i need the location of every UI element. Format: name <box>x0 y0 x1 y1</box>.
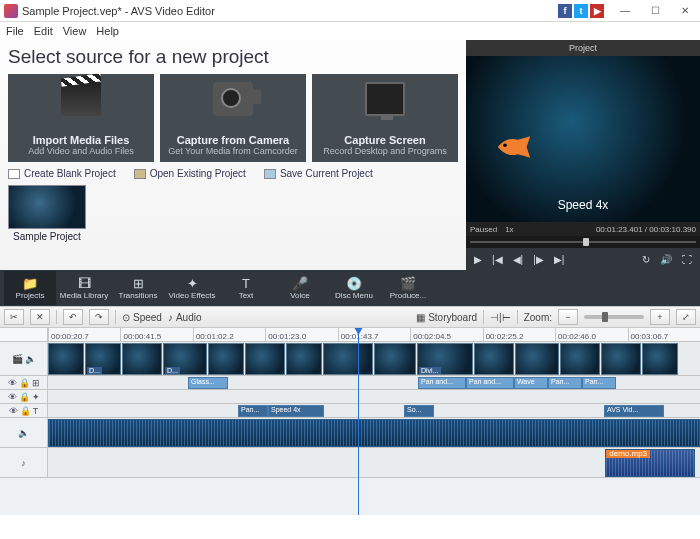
video-clip[interactable]: D... <box>163 343 207 375</box>
transition-clip[interactable]: Pan and... <box>466 377 514 389</box>
text-clip[interactable]: AVS Vid... <box>604 405 664 417</box>
capture-screen-card[interactable]: Capture Screen Record Desktop and Progra… <box>312 74 458 162</box>
menu-view[interactable]: View <box>63 25 87 37</box>
text-clip[interactable]: Pan... <box>238 405 268 417</box>
music-lane[interactable]: demo.mp3 <box>48 448 700 477</box>
menu-help[interactable]: Help <box>96 25 119 37</box>
ruler-tick: 00:00:20.7 <box>48 328 120 341</box>
video-clip[interactable] <box>245 343 285 375</box>
text-clip[interactable]: Speed 4x <box>268 405 324 417</box>
main-toolbar: 📁Projects 🎞Media Library ⊞Transitions ✦V… <box>0 270 700 306</box>
preview-tab[interactable]: Project <box>466 40 700 56</box>
track-header[interactable]: 👁🔒✦ <box>0 390 48 403</box>
video-clip[interactable] <box>286 343 322 375</box>
video-clip[interactable] <box>515 343 559 375</box>
zoom-in-button[interactable]: + <box>650 309 670 325</box>
tab-video-effects[interactable]: ✦Video Effects <box>166 271 218 305</box>
project-thumbnail[interactable]: Sample Project <box>8 185 86 242</box>
save-current-project[interactable]: Save Current Project <box>264 168 373 179</box>
transition-clip[interactable]: Pan... <box>548 377 582 389</box>
play-button[interactable]: ▶ <box>474 254 482 265</box>
zoom-fit-button[interactable]: ⤢ <box>676 309 696 325</box>
prev-button[interactable]: |◀ <box>492 254 503 265</box>
zoom-knob[interactable] <box>602 312 608 322</box>
preview-viewport[interactable]: Speed 4x <box>466 56 700 222</box>
tab-voice[interactable]: 🎤Voice <box>274 271 326 305</box>
audio-waveform[interactable] <box>48 419 700 447</box>
menu-edit[interactable]: Edit <box>34 25 53 37</box>
tab-transitions[interactable]: ⊞Transitions <box>112 271 164 305</box>
video-clip[interactable] <box>323 343 373 375</box>
video-clip[interactable] <box>48 343 84 375</box>
volume-button[interactable]: 🔊 <box>660 254 672 265</box>
audio-lane[interactable] <box>48 418 700 447</box>
storyboard-button[interactable]: ▦Storyboard <box>416 312 477 323</box>
capture-camera-card[interactable]: Capture from Camera Get Your Media from … <box>160 74 306 162</box>
speed-button[interactable]: ⊙Speed <box>122 312 162 323</box>
step-forward-button[interactable]: |▶ <box>533 254 544 265</box>
video-clip[interactable] <box>374 343 416 375</box>
split-icon[interactable]: ⊣|⊢ <box>490 312 511 323</box>
produce-button[interactable]: 🎬Produce... <box>382 271 434 305</box>
close-button[interactable]: ✕ <box>670 0 700 22</box>
maximize-button[interactable]: ☐ <box>640 0 670 22</box>
twitter-icon[interactable]: t <box>574 4 588 18</box>
cut-button[interactable]: ✂ <box>4 309 24 325</box>
video-clip[interactable] <box>601 343 641 375</box>
next-button[interactable]: ▶| <box>554 254 565 265</box>
preview-scrubber[interactable] <box>466 236 700 248</box>
menu-file[interactable]: File <box>6 25 24 37</box>
tab-text[interactable]: TText <box>220 271 272 305</box>
video-clip[interactable] <box>208 343 244 375</box>
transition-clip[interactable]: Glass... <box>188 377 228 389</box>
video-clip[interactable] <box>474 343 514 375</box>
app-icon <box>4 4 18 18</box>
video-clip[interactable] <box>560 343 600 375</box>
track-header[interactable]: 👁🔒⊞ <box>0 376 48 389</box>
step-back-button[interactable]: ◀| <box>513 254 524 265</box>
open-existing-project[interactable]: Open Existing Project <box>134 168 246 179</box>
text-lane[interactable]: Pan... Speed 4x So... AVS Vid... <box>48 404 700 417</box>
facebook-icon[interactable]: f <box>558 4 572 18</box>
delete-button[interactable]: ✕ <box>30 309 50 325</box>
tab-media-library[interactable]: 🎞Media Library <box>58 271 110 305</box>
video-clip[interactable] <box>642 343 678 375</box>
action-label: Create Blank Project <box>24 168 116 179</box>
clip-label: D... <box>165 367 180 374</box>
video-clip[interactable] <box>122 343 162 375</box>
zoom-out-button[interactable]: − <box>558 309 578 325</box>
speed-overlay: Speed 4x <box>466 198 700 212</box>
minimize-button[interactable]: — <box>610 0 640 22</box>
transition-lane[interactable]: Glass... Pan and... Pan and... Wave Pan.… <box>48 376 700 389</box>
transition-clip[interactable]: Pan... <box>582 377 616 389</box>
time-ruler[interactable]: 00:00:20.7 00:00:41.5 00:01:02.2 00:01:2… <box>0 328 700 342</box>
fullscreen-button[interactable]: ⛶ <box>682 254 692 265</box>
text-clip[interactable]: So... <box>404 405 434 417</box>
transition-clip[interactable]: Wave <box>514 377 548 389</box>
redo-button[interactable]: ↷ <box>89 309 109 325</box>
playhead[interactable] <box>358 328 359 515</box>
zoom-slider[interactable] <box>584 315 644 319</box>
loop-button[interactable]: ↻ <box>642 254 650 265</box>
effect-lane[interactable] <box>48 390 700 403</box>
audio-clip[interactable]: demo.mp3 <box>605 449 695 477</box>
import-media-card[interactable]: Import Media Files Add Video and Audio F… <box>8 74 154 162</box>
track-header[interactable]: 🔈 <box>0 418 48 447</box>
tab-projects[interactable]: 📁Projects <box>4 271 56 305</box>
track-header[interactable]: 👁🔒T <box>0 404 48 417</box>
track-header[interactable]: ♪ <box>0 448 48 477</box>
track-header[interactable]: 🎬🔈 <box>0 342 48 375</box>
video-clip[interactable]: D... <box>85 343 121 375</box>
tab-disc-menu[interactable]: 💿Disc Menu <box>328 271 380 305</box>
undo-button[interactable]: ↶ <box>63 309 83 325</box>
monitor-icon <box>365 82 405 116</box>
video-lane[interactable]: D... D... Divi... <box>48 342 700 375</box>
title-bar: Sample Project.vep* - AVS Video Editor f… <box>0 0 700 22</box>
scrubber-knob[interactable] <box>583 238 589 246</box>
create-blank-project[interactable]: Create Blank Project <box>8 168 116 179</box>
ruler-tick: 00:01:23.0 <box>265 328 337 341</box>
audio-button[interactable]: ♪Audio <box>168 312 202 323</box>
video-clip[interactable]: Divi... <box>417 343 473 375</box>
youtube-icon[interactable]: ▶ <box>590 4 604 18</box>
transition-clip[interactable]: Pan and... <box>418 377 466 389</box>
